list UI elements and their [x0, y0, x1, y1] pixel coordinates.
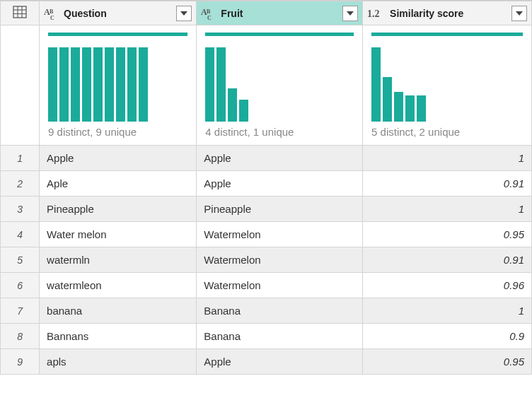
data-grid: A B C Question [0, 1, 532, 375]
svg-text:B: B [50, 8, 54, 15]
distribution-bar [127, 47, 137, 122]
data-cell[interactable]: Apple [197, 171, 363, 197]
table-row[interactable]: 9aplsApple0.95 [1, 349, 532, 375]
column-header-label: Fruit [221, 8, 338, 19]
data-cell[interactable]: 1 [363, 197, 532, 222]
distribution-bar [228, 88, 237, 122]
distribution-bar [239, 100, 248, 122]
profile-empty-cell [1, 25, 40, 146]
table-row[interactable]: 8BannansBanana0.9 [1, 324, 532, 349]
distribution-bar [405, 95, 415, 122]
data-cell[interactable]: Apple [197, 146, 363, 171]
column-filter-button[interactable] [511, 6, 527, 21]
distribution-bar [371, 47, 381, 122]
data-cell[interactable]: 1 [363, 298, 532, 324]
distribution-bar [93, 47, 103, 122]
row-number-cell[interactable]: 1 [1, 146, 40, 171]
data-cell[interactable]: Apple [197, 349, 363, 375]
table-row[interactable]: 4Water melonWatermelon0.95 [1, 222, 532, 247]
svg-text:B: B [207, 8, 211, 15]
svg-rect-0 [13, 6, 26, 18]
row-number-cell[interactable]: 5 [1, 247, 40, 273]
distribution-bar [139, 47, 148, 122]
column-header-similarity-score[interactable]: 1.2 Similarity score [363, 1, 532, 25]
decimal-type-icon: 1.2 [367, 7, 386, 20]
data-cell[interactable]: Banana [197, 298, 363, 324]
data-cell[interactable]: banana [40, 298, 197, 324]
column-filter-button[interactable] [342, 6, 358, 21]
distribution-bar [216, 47, 226, 122]
column-profile-question[interactable]: 9 distinct, 9 unique [40, 25, 197, 146]
text-type-icon: A B C [201, 6, 216, 20]
distribution-bar [116, 47, 125, 122]
distribution-bar [205, 47, 214, 122]
table-row[interactable]: 7bananaBanana1 [1, 298, 532, 324]
row-number-cell[interactable]: 3 [1, 197, 40, 222]
column-header-question[interactable]: A B C Question [40, 1, 197, 25]
data-cell[interactable]: Aple [40, 171, 197, 197]
distribution-bar [59, 47, 69, 122]
row-number-cell[interactable]: 9 [1, 349, 40, 375]
column-profile-row: 9 distinct, 9 unique 4 distinct, 1 uniqu… [1, 25, 532, 146]
column-header-fruit[interactable]: A B C Fruit [197, 1, 363, 25]
svg-marker-12 [347, 11, 354, 16]
profile-stats: 9 distinct, 9 unique [48, 126, 187, 138]
text-type-icon: A B C [44, 6, 59, 20]
header-row: A B C Question [1, 1, 532, 25]
data-cell[interactable]: 0.96 [363, 273, 532, 298]
distribution-bar [394, 92, 403, 122]
data-cell[interactable]: Pineapple [40, 197, 197, 222]
row-number-cell[interactable]: 7 [1, 298, 40, 324]
data-cell[interactable]: watermln [40, 247, 197, 273]
data-cell[interactable]: Watermelon [197, 247, 363, 273]
table-row[interactable]: 5watermlnWatermelon0.91 [1, 247, 532, 273]
data-cell[interactable]: Watermelon [197, 222, 363, 247]
row-number-cell[interactable]: 2 [1, 171, 40, 197]
row-number-cell[interactable]: 6 [1, 273, 40, 298]
distribution-bars [205, 36, 354, 126]
table-row[interactable]: 1AppleApple1 [1, 146, 532, 171]
distribution-bar [48, 47, 57, 122]
data-cell[interactable]: Banana [197, 324, 363, 349]
column-header-label: Similarity score [390, 8, 507, 19]
svg-text:1.2: 1.2 [367, 8, 380, 19]
svg-text:C: C [50, 15, 54, 20]
distribution-bar [82, 47, 91, 122]
column-filter-button[interactable] [176, 6, 192, 21]
chevron-down-icon [180, 11, 187, 16]
distribution-bars [48, 36, 187, 126]
data-cell[interactable]: Bannans [40, 324, 197, 349]
svg-marker-14 [516, 11, 523, 16]
data-cell[interactable]: 1 [363, 146, 532, 171]
data-cell[interactable]: 0.95 [363, 349, 532, 375]
row-number-cell[interactable]: 8 [1, 324, 40, 349]
data-cell[interactable]: apls [40, 349, 197, 375]
column-profile-fruit[interactable]: 4 distinct, 1 unique [197, 25, 363, 146]
data-cell[interactable]: watermleon [40, 273, 197, 298]
distribution-bars [371, 36, 523, 126]
table-icon [13, 6, 27, 18]
column-profile-similarity-score[interactable]: 5 distinct, 2 unique [363, 25, 532, 146]
table-row[interactable]: 2ApleApple0.91 [1, 171, 532, 197]
chevron-down-icon [347, 11, 354, 16]
data-cell[interactable]: Apple [40, 146, 197, 171]
select-all-corner[interactable] [1, 1, 40, 25]
data-cell[interactable]: 0.91 [363, 171, 532, 197]
profile-stats: 5 distinct, 2 unique [371, 126, 523, 138]
profile-stats: 4 distinct, 1 unique [205, 126, 354, 138]
data-cell[interactable]: Water melon [40, 222, 197, 247]
data-cell[interactable]: 0.95 [363, 222, 532, 247]
distribution-bar [417, 95, 426, 122]
svg-text:C: C [207, 15, 212, 20]
data-cell[interactable]: 0.9 [363, 324, 532, 349]
data-cell[interactable]: Pineapple [197, 197, 363, 222]
column-header-label: Question [64, 8, 172, 19]
chevron-down-icon [516, 11, 523, 16]
data-cell[interactable]: Watermelon [197, 273, 363, 298]
svg-marker-8 [180, 11, 187, 16]
table-row[interactable]: 3PineapplePineapple1 [1, 197, 532, 222]
data-cell[interactable]: 0.91 [363, 247, 532, 273]
distribution-bar [71, 47, 80, 122]
table-row[interactable]: 6watermleonWatermelon0.96 [1, 273, 532, 298]
row-number-cell[interactable]: 4 [1, 222, 40, 247]
